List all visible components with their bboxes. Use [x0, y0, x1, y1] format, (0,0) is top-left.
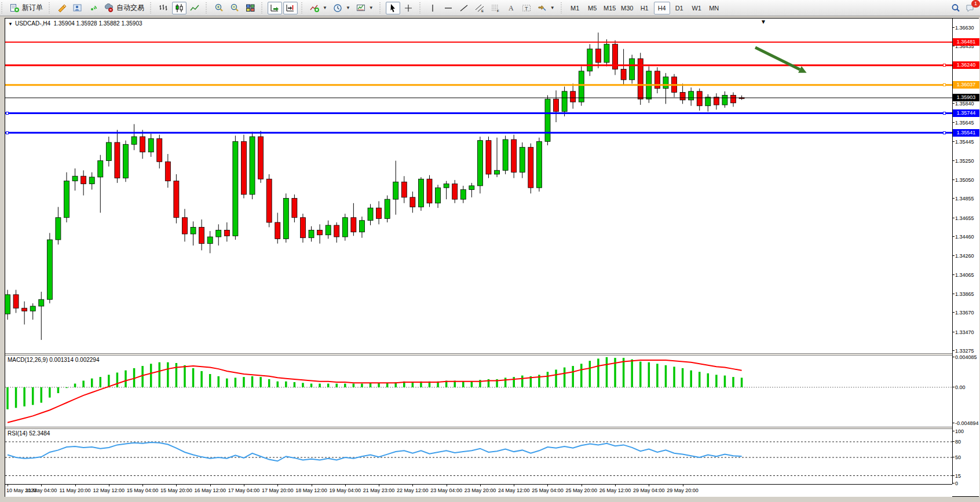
text-icon: A [506, 3, 516, 13]
bar-chart-button[interactable] [156, 2, 171, 14]
timeframe-m1[interactable]: M1 [567, 2, 583, 14]
time-axis[interactable]: 10 May 202311 May 04:0011 May 20:0012 Ma… [5, 484, 952, 497]
timeframe-w1[interactable]: W1 [689, 2, 705, 14]
macd-axis-tick: 0.004085 [955, 354, 977, 360]
vertical-line-button[interactable] [426, 2, 440, 14]
date-label: 17 May 04:00 [228, 488, 260, 493]
timeframe-m5[interactable]: M5 [584, 2, 601, 14]
notifications-chat-icon[interactable]: 1 [966, 3, 975, 13]
line-handle[interactable] [943, 64, 946, 67]
date-label: 12 May 12:00 [93, 488, 125, 493]
svg-text:F: F [497, 9, 499, 13]
price-tick: 1.35645 [955, 120, 974, 126]
dropdown-caret-icon[interactable]: ▼ [346, 5, 350, 10]
templates-button[interactable]: ▼ [354, 2, 376, 14]
price-tick: 1.35050 [955, 177, 974, 183]
zoom-out-icon [230, 3, 240, 13]
indicators-add-button[interactable]: ▼ [308, 2, 330, 14]
autotrade-icon [104, 3, 114, 13]
arrows-shapes-button[interactable]: ▼ [535, 2, 557, 14]
price-line-label: 1.36481 [953, 38, 979, 46]
chart-window[interactable]: ▼USDCAD-,H4 1.35904 1.35928 1.35882 1.35… [5, 18, 979, 497]
price-line-label: 1.35903 [953, 94, 979, 101]
equidistant-channel-button[interactable]: E [473, 2, 487, 14]
line-handle[interactable] [943, 83, 946, 86]
dropdown-caret-icon[interactable]: ▼ [369, 5, 374, 10]
date-label: 17 May 20:00 [262, 488, 294, 493]
crosshair-button[interactable] [401, 2, 416, 14]
date-label: 22 May 12:00 [397, 488, 429, 493]
chart-shift-button[interactable] [283, 2, 298, 14]
timeframe-h1[interactable]: H1 [637, 2, 653, 14]
window-bottom-strip [0, 499, 980, 502]
periods-icon [333, 3, 343, 13]
price-tick: 1.36630 [955, 25, 974, 31]
signals-button[interactable] [86, 2, 101, 14]
horizontal-line-button[interactable] [441, 2, 456, 14]
date-label: 16 May 12:00 [194, 488, 226, 493]
new-order-button[interactable]: 新订单 [8, 2, 45, 14]
rsi-axis-tick: 50 [955, 455, 961, 460]
object-marker-icon[interactable]: ▼ [760, 19, 766, 25]
notification-badge: 1 [971, 0, 980, 8]
dropdown-caret-icon[interactable]: ▼ [323, 5, 327, 10]
tile-windows-button[interactable] [243, 2, 258, 14]
macd-axis-tick: -0.004894 [955, 420, 979, 426]
autotrade-button[interactable]: 自动交易 [102, 2, 147, 14]
rsi-axis-tick: 0 [955, 481, 958, 486]
timeframe-m15[interactable]: M15 [602, 2, 618, 14]
line-handle[interactable] [943, 112, 946, 115]
macd-panel[interactable]: MACD(12,26,9) 0.001314 0.002294 [5, 356, 952, 427]
crosshair-icon [404, 3, 414, 13]
label-icon: T [522, 3, 532, 13]
cursor-button[interactable] [386, 2, 400, 14]
auto-scroll-button[interactable] [268, 2, 282, 14]
periods-button[interactable]: ▼ [331, 2, 353, 14]
rsi-axis-tick: 100 [955, 428, 964, 434]
rsi-panel[interactable]: RSI(14) 52.3484 [5, 429, 952, 484]
text-label-tool-button[interactable]: T [520, 2, 534, 14]
timeframe-m30[interactable]: M30 [619, 2, 635, 14]
fibonacci-retracement-button[interactable]: F [488, 2, 503, 14]
line-handle[interactable] [943, 131, 946, 134]
timeframe-h4[interactable]: H4 [654, 2, 670, 14]
price-line-label: 1.35744 [953, 109, 979, 117]
chart-collapse-icon[interactable]: ▼ [8, 21, 13, 27]
date-label: 26 May 12:00 [599, 488, 631, 493]
templates-icon [356, 3, 366, 13]
chart-symbol-period: USDCAD-,H4 [15, 20, 50, 27]
trendline-icon [459, 3, 469, 13]
candle-chart-button[interactable] [172, 2, 187, 14]
chart-title: ▼USDCAD-,H4 1.35904 1.35928 1.35882 1.35… [8, 20, 142, 27]
svg-text:T: T [525, 5, 528, 11]
search-icon[interactable] [951, 3, 961, 13]
macd-label: MACD(12,26,9) 0.001314 0.002294 [8, 357, 99, 363]
date-label: 23 May 20:00 [465, 488, 496, 493]
price-axis[interactable]: 1.366301.364351.358401.356451.354451.352… [953, 19, 979, 496]
toolbar-grip [1, 2, 4, 14]
date-label: 11 May 20:00 [60, 488, 91, 493]
main-chart-plot[interactable]: ▼ [5, 19, 952, 353]
bar-chart-icon [159, 3, 169, 13]
toolbar-grip [206, 2, 209, 14]
rsi-canvas [5, 429, 952, 484]
date-label: 11 May 04:00 [25, 488, 57, 493]
toolbar-grip [261, 2, 264, 14]
dropdown-caret-icon[interactable]: ▼ [550, 5, 555, 10]
profiles-icon [73, 3, 83, 13]
zoom-out-button[interactable] [228, 2, 242, 14]
line-handle[interactable] [6, 131, 9, 134]
profiles-button[interactable] [71, 2, 85, 14]
chart-ohlc-values: 1.35904 1.35928 1.35882 1.35903 [54, 20, 142, 27]
line-chart-button[interactable] [188, 2, 202, 14]
styler-button[interactable] [55, 2, 70, 14]
main-toolbar: 新订单自动交易▼▼▼EFAT▼M1M5M15M30H1H4D1W1MN1 [0, 0, 980, 16]
text-tool-button[interactable]: A [504, 2, 518, 14]
date-label: 24 May 12:00 [498, 488, 530, 493]
timeframe-mn[interactable]: MN [706, 2, 722, 14]
zoom-in-button[interactable] [212, 2, 226, 14]
timeframe-d1[interactable]: D1 [671, 2, 688, 14]
price-line-label: 1.36037 [953, 81, 979, 89]
trendline-button[interactable] [457, 2, 471, 14]
line-handle[interactable] [6, 112, 9, 115]
